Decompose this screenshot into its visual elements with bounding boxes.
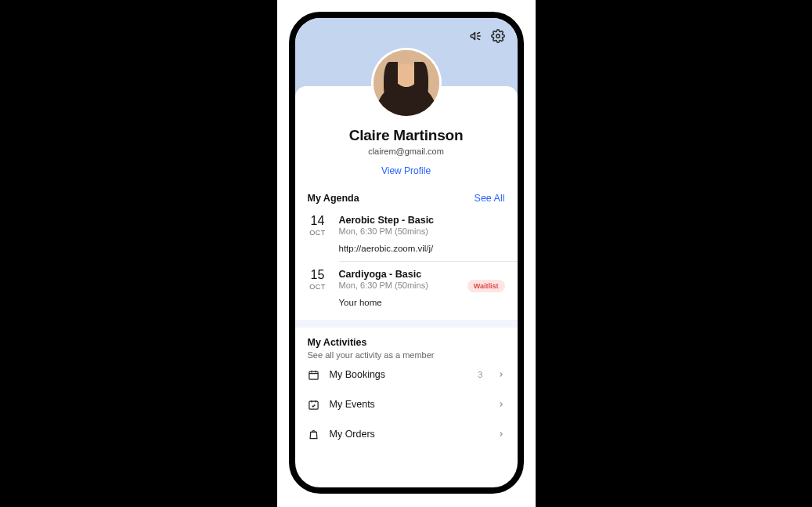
avatar[interactable] xyxy=(374,50,439,116)
agenda-body: Aerobic Step - Basic Mon, 6:30 PM (50min… xyxy=(339,215,505,253)
svg-rect-1 xyxy=(309,371,318,379)
calendar-icon xyxy=(308,369,320,381)
agenda-month: OCT xyxy=(308,283,328,291)
agenda-event-location: Your home xyxy=(339,298,505,307)
agenda-header: My Agenda See All xyxy=(295,185,518,207)
chevron-right-icon xyxy=(497,427,505,441)
svg-point-0 xyxy=(496,34,500,38)
phone-frame: Claire Martinson clairem@gmail.com View … xyxy=(289,12,524,494)
my-bookings-row[interactable]: My Bookings 3 xyxy=(308,360,505,389)
event-check-icon xyxy=(308,399,320,411)
bag-icon xyxy=(308,429,320,440)
activities-menu: My Bookings 3 My Events xyxy=(295,360,518,449)
agenda-event-location[interactable]: http://aerobic.zoom.vil/j/ xyxy=(339,244,505,253)
agenda-month: OCT xyxy=(308,229,328,237)
activities-header: My Activities See all your activity as a… xyxy=(295,328,518,360)
profile-card: Claire Martinson clairem@gmail.com View … xyxy=(295,86,518,185)
screen: Claire Martinson clairem@gmail.com View … xyxy=(295,18,518,487)
my-events-row[interactable]: My Events xyxy=(308,389,505,419)
my-orders-row[interactable]: My Orders xyxy=(308,419,505,449)
agenda-item[interactable]: 15 OCT Cardiyoga - Basic Mon, 6:30 PM (5… xyxy=(308,261,505,315)
svg-rect-2 xyxy=(309,401,318,409)
agenda-event-time: Mon, 6:30 PM (50mins) xyxy=(339,226,505,236)
agenda-list: 14 OCT Aerobic Step - Basic Mon, 6:30 PM… xyxy=(295,207,518,320)
profile-header: Claire Martinson clairem@gmail.com View … xyxy=(295,18,518,185)
gear-icon[interactable] xyxy=(491,29,505,43)
chevron-right-icon xyxy=(497,397,505,411)
top-icon-bar xyxy=(295,26,518,43)
waitlist-badge: Waitlist xyxy=(467,280,505,292)
menu-label: My Bookings xyxy=(330,369,469,380)
agenda-date: 15 OCT xyxy=(308,269,328,307)
view-profile-link[interactable]: View Profile xyxy=(381,165,431,176)
menu-count: 3 xyxy=(478,370,482,379)
megaphone-icon[interactable] xyxy=(469,29,483,43)
activities-title: My Activities xyxy=(308,337,505,348)
agenda-date: 14 OCT xyxy=(308,215,328,253)
agenda-title: My Agenda xyxy=(308,193,359,204)
agenda-event-title: Cardiyoga - Basic xyxy=(339,269,505,280)
chevron-right-icon xyxy=(497,368,505,382)
menu-label: My Orders xyxy=(330,429,474,440)
agenda-day: 15 xyxy=(308,269,328,281)
menu-label: My Events xyxy=(330,399,474,410)
see-all-link[interactable]: See All xyxy=(475,193,505,204)
profile-name: Claire Martinson xyxy=(308,127,505,144)
agenda-day: 14 xyxy=(308,215,328,227)
agenda-item[interactable]: 14 OCT Aerobic Step - Basic Mon, 6:30 PM… xyxy=(308,207,505,261)
activities-subtitle: See all your activity as a member xyxy=(308,350,505,360)
profile-email: clairem@gmail.com xyxy=(308,147,505,156)
section-divider xyxy=(295,320,518,328)
agenda-event-title: Aerobic Step - Basic xyxy=(339,215,505,226)
stage: Claire Martinson clairem@gmail.com View … xyxy=(277,0,536,507)
